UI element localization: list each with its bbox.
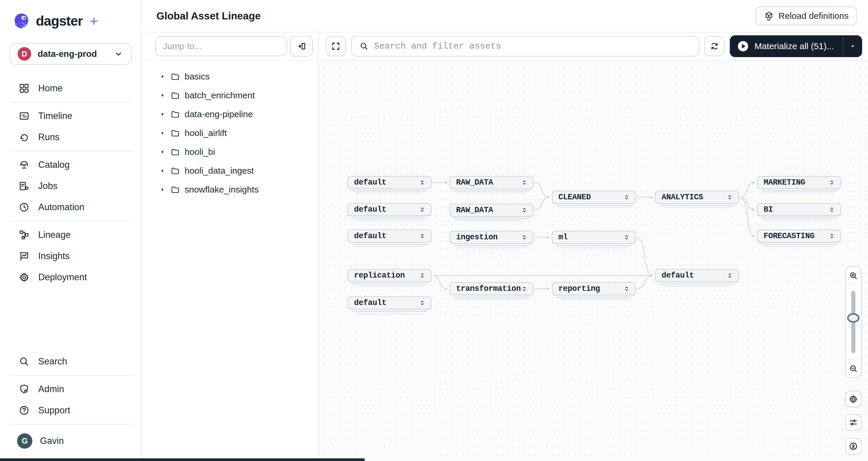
- fit-view-button[interactable]: [326, 36, 346, 56]
- collapse-panel-button[interactable]: [290, 36, 313, 57]
- asset-group-node-default1[interactable]: default: [347, 176, 431, 189]
- admin-icon: [18, 383, 30, 395]
- sidebar-item-search[interactable]: Search: [0, 351, 141, 372]
- asset-group-node-default5[interactable]: default: [347, 296, 431, 309]
- zoom-out-button[interactable]: [846, 359, 861, 377]
- asset-search-input[interactable]: [374, 41, 691, 51]
- unfold-icon[interactable]: [418, 232, 426, 240]
- graph-settings-button[interactable]: [845, 391, 862, 407]
- asset-tree-panel: basicsbatch_enrichmentdata-eng-pipelineh…: [141, 32, 319, 461]
- reload-definitions-button[interactable]: Reload definitions: [756, 6, 857, 25]
- deployment-name: data-eng-prod: [38, 49, 107, 59]
- caret-right-icon[interactable]: [159, 130, 166, 136]
- unfold-icon[interactable]: [521, 179, 528, 186]
- jump-to-input[interactable]: [155, 36, 287, 56]
- sidebar-item-home[interactable]: Home: [0, 78, 141, 99]
- asset-group-node-marketing[interactable]: MARKETING: [757, 176, 841, 189]
- runs-icon: [18, 131, 30, 143]
- lineage-canvas[interactable]: defaultRAW_DATAdefaultRAW_DATACLEANEDANA…: [319, 61, 868, 461]
- unfold-icon[interactable]: [828, 206, 836, 213]
- unfold-icon[interactable]: [418, 179, 426, 186]
- user-menu[interactable]: G Gavin: [0, 427, 141, 455]
- tune-icon: [848, 418, 858, 427]
- sidebar-item-timeline[interactable]: Timeline: [0, 106, 141, 126]
- sidebar-item-automation[interactable]: Automation: [0, 197, 141, 218]
- caret-right-icon[interactable]: [159, 92, 166, 98]
- folder-icon: [170, 166, 180, 175]
- asset-group-node-rawdata1[interactable]: RAW_DATA: [450, 176, 533, 189]
- materialize-options-caret[interactable]: [843, 42, 862, 50]
- unfold-icon[interactable]: [623, 233, 630, 241]
- zoom-out-icon: [848, 364, 858, 373]
- graph-filters-button[interactable]: [845, 414, 862, 431]
- zoom-slider-thumb[interactable]: [847, 313, 860, 323]
- lineage-edge: [432, 276, 447, 289]
- unfold-icon[interactable]: [726, 272, 734, 279]
- sidebar-item-label: Deployment: [38, 272, 87, 283]
- zoom-in-button[interactable]: [846, 267, 861, 285]
- asset-group-node-replication[interactable]: replication: [347, 269, 431, 282]
- sidebar-item-admin[interactable]: Admin: [0, 379, 141, 400]
- tree-item-data-eng-pipeline[interactable]: data-eng-pipeline: [141, 105, 318, 124]
- asset-group-node-bi[interactable]: BI: [757, 203, 841, 216]
- caret-right-icon[interactable]: [159, 111, 166, 117]
- unfold-icon[interactable]: [521, 206, 528, 214]
- sidebar-item-runs[interactable]: Runs: [0, 126, 141, 148]
- unfold-icon[interactable]: [418, 206, 426, 213]
- unfold-icon[interactable]: [521, 285, 528, 293]
- tree-item-hooli_airlift[interactable]: hooli_airlift: [141, 124, 318, 142]
- asset-group-node-reporting[interactable]: reporting: [552, 282, 636, 295]
- tree-item-label: hooli_airlift: [185, 128, 227, 138]
- download-image-button[interactable]: [845, 438, 862, 455]
- home-icon: [18, 82, 30, 94]
- asset-group-node-cleaned[interactable]: CLEANED: [552, 191, 636, 204]
- sidebar-item-label: Automation: [38, 202, 84, 212]
- tree-panel-toolbar: [141, 32, 318, 61]
- sidebar-item-jobs[interactable]: Jobs: [0, 175, 141, 197]
- asset-group-node-default_r[interactable]: default: [655, 269, 739, 282]
- unfold-icon[interactable]: [418, 299, 426, 307]
- sidebar-item-lineage[interactable]: Lineage: [0, 224, 141, 246]
- sidebar-nav: HomeTimelineRunsCatalogJobsAutomationLin…: [0, 78, 141, 288]
- materialize-all-button[interactable]: Materialize all (51)...: [730, 35, 862, 57]
- asset-group-node-forecasting[interactable]: FORECASTING: [757, 230, 841, 242]
- sidebar-item-support[interactable]: Support: [0, 400, 141, 421]
- tree-item-hooli_bi[interactable]: hooli_bi: [141, 142, 318, 161]
- asset-group-node-rawdata2[interactable]: RAW_DATA: [450, 204, 533, 217]
- caret-right-icon[interactable]: [159, 73, 166, 80]
- tree-item-hooli_data_ingest[interactable]: hooli_data_ingest: [141, 161, 318, 180]
- asset-search-box[interactable]: [351, 36, 699, 57]
- asset-group-node-default2[interactable]: default: [347, 203, 431, 216]
- deployment-switcher[interactable]: D data-eng-prod: [9, 43, 132, 65]
- asset-group-node-default3[interactable]: default: [347, 230, 431, 242]
- sidebar: dagster + D data-eng-prod HomeTimelineRu…: [0, 0, 141, 461]
- unfold-icon[interactable]: [726, 194, 734, 201]
- tree-item-label: snowflake_insights: [185, 184, 259, 195]
- folder-icon: [170, 91, 180, 100]
- asset-group-node-analytics[interactable]: ANALYTICS: [655, 191, 739, 204]
- asset-group-node-transformation[interactable]: transformation: [450, 282, 533, 295]
- caret-right-icon[interactable]: [159, 149, 166, 155]
- sidebar-item-deployment[interactable]: Deployment: [0, 267, 141, 288]
- divider: [10, 151, 132, 151]
- tree-item-basics[interactable]: basics: [141, 67, 318, 86]
- unfold-icon[interactable]: [828, 179, 836, 186]
- tree-item-batch_enrichment[interactable]: batch_enrichment: [141, 86, 318, 105]
- fullscreen-icon: [331, 41, 341, 52]
- unfold-icon[interactable]: [521, 233, 528, 241]
- caret-right-icon[interactable]: [159, 168, 166, 174]
- page-header: Global Asset Lineage Reload definitions: [141, 0, 868, 32]
- unfold-icon[interactable]: [623, 194, 630, 201]
- zoom-slider[interactable]: [846, 285, 861, 359]
- unfold-icon[interactable]: [828, 232, 836, 240]
- sidebar-item-catalog[interactable]: Catalog: [0, 154, 141, 175]
- sidebar-item-insights[interactable]: Insights: [0, 246, 141, 267]
- asset-group-node-ml[interactable]: ml: [552, 231, 636, 244]
- node-label: RAW_DATA: [456, 206, 521, 214]
- unfold-icon[interactable]: [623, 285, 630, 293]
- refresh-button[interactable]: [705, 36, 724, 56]
- caret-right-icon[interactable]: [159, 186, 166, 193]
- asset-group-node-ingestion[interactable]: ingestion: [450, 231, 533, 244]
- unfold-icon[interactable]: [418, 272, 426, 279]
- tree-item-snowflake_insights[interactable]: snowflake_insights: [141, 180, 318, 199]
